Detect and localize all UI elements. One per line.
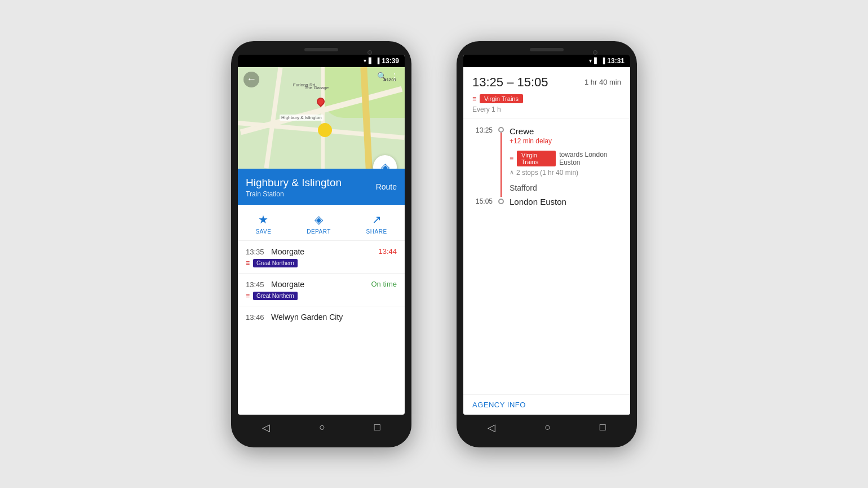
route-operator-row: ≡ Virgin Trains <box>472 94 621 103</box>
map-area: Highbury & Islington A1201 Furlong Rd Th… <box>238 67 405 169</box>
operator-badge-2: Great Northern <box>253 292 298 300</box>
back-nav-button[interactable]: ◁ <box>262 421 270 434</box>
route-frequency: Every 1 h <box>472 105 621 113</box>
recent-nav-button[interactable]: □ <box>374 421 380 433</box>
map-back-button[interactable]: ← <box>243 72 259 87</box>
route-screen: 13:25 – 15:05 1 hr 40 min ≡ Virgin Train… <box>463 67 630 415</box>
battery-icon-2: ▐ <box>601 58 605 64</box>
signal-icon: ▋ <box>369 58 373 64</box>
phone-2-status-bar: ▾ ▋ ▐ 13:31 <box>463 55 630 67</box>
save-label: SAVE <box>255 228 271 235</box>
train-item[interactable]: 13:35 Moorgate 13:44 ≡ Great Northern <box>238 241 405 274</box>
crewe-time-col: 13:25 <box>472 126 498 197</box>
wifi-icon-2: ▾ <box>589 58 592 64</box>
train-time-1: 13:35 <box>246 248 264 256</box>
stafford-name: Stafford <box>510 183 621 192</box>
route-time-range: 13:25 – 15:05 <box>472 75 548 90</box>
phone-1-status-bar: ▾ ▋ ▐ 13:39 <box>238 55 405 67</box>
phone-2-screen: ▾ ▋ ▐ 13:31 13:25 – 15:05 1 hr 40 min ≡ … <box>463 55 630 415</box>
phone-2: ▾ ▋ ▐ 13:31 13:25 – 15:05 1 hr 40 min ≡ … <box>457 41 637 447</box>
train-status-2: On time <box>371 280 397 288</box>
map-pin <box>316 98 325 109</box>
battery-icon: ▐ <box>375 58 379 64</box>
home-nav-button[interactable]: ○ <box>319 421 325 433</box>
map-more-button[interactable]: ⋮ <box>390 72 399 82</box>
map-garage-label: The Garage <box>304 85 329 90</box>
euston-time-col: 15:05 <box>472 197 498 205</box>
rail-icon-1: ≡ <box>246 259 250 267</box>
virgin-badge: Virgin Trains <box>480 94 523 103</box>
phone-1-speaker <box>304 48 338 51</box>
share-button[interactable]: ↗ SHARE <box>366 213 387 235</box>
stops-count: 2 stops (1 hr 40 min) <box>516 169 578 177</box>
euston-name: London Euston <box>510 197 566 206</box>
info-bar: Highbury & Islington Train Station Route <box>238 169 405 205</box>
phone-1-screen: ▾ ▋ ▐ 13:39 Highbury & Islington <box>238 55 405 415</box>
home-nav-button-2[interactable]: ○ <box>544 421 551 433</box>
crewe-info: Crewe +12 min delay ≡ Virgin Trains towa… <box>510 126 621 197</box>
map-pin-head <box>315 96 326 107</box>
station-name: Highbury & Islington <box>246 177 397 189</box>
status-time: 13:39 <box>382 57 399 65</box>
euston-dot <box>498 199 504 204</box>
rail-icon-2: ≡ <box>246 292 250 300</box>
share-label: SHARE <box>366 228 387 235</box>
crewe-delay: +12 min delay <box>510 137 621 145</box>
train-time-2: 13:45 <box>246 280 264 289</box>
route-duration: 1 hr 40 min <box>584 78 621 86</box>
euston-time: 15:05 <box>476 197 493 205</box>
train-segment: ≡ Virgin Trains towards London Euston <box>510 151 621 166</box>
crewe-timeline <box>498 126 504 197</box>
phone-2-nav-bar: ◁ ○ □ <box>463 415 630 441</box>
segment-direction: towards London Euston <box>559 151 621 166</box>
crewe-time: 13:25 <box>476 126 493 134</box>
share-icon: ↗ <box>372 213 382 226</box>
route-times: 13:25 – 15:05 1 hr 40 min <box>472 75 621 90</box>
route-stops-area: 13:25 Crewe +12 min delay ≡ <box>463 118 630 394</box>
phone-2-speaker <box>530 48 564 51</box>
train-status-1: 13:44 <box>378 247 397 256</box>
save-button[interactable]: ★ SAVE <box>255 213 271 235</box>
rail-icon-3: ≡ <box>472 95 476 103</box>
segment-rail-icon: ≡ <box>510 155 513 162</box>
segment-operator: Virgin Trains <box>517 151 556 166</box>
recent-nav-button-2[interactable]: □ <box>600 421 606 433</box>
operator-badge-1: Great Northern <box>253 259 298 267</box>
station-type: Train Station <box>246 190 397 198</box>
wifi-icon: ▾ <box>364 58 366 64</box>
agency-info-button[interactable]: AGENCY INFO <box>463 394 630 415</box>
directions-icon: ◈ <box>381 160 389 169</box>
train-item-2[interactable]: 13:45 Moorgate On time ≡ Great Northern <box>238 274 405 306</box>
map-station-label: Highbury & Islington <box>280 115 324 121</box>
signal-icon-2: ▋ <box>594 58 599 64</box>
depart-button[interactable]: ◈ DEPART <box>307 213 331 235</box>
phone-1-camera <box>367 50 372 55</box>
status-time-2: 13:31 <box>607 57 625 65</box>
train-dest-2: Moorgate <box>271 280 304 289</box>
phone-1-nav-bar: ◁ ○ □ <box>238 415 405 441</box>
map-search-button[interactable]: 🔍 <box>377 72 387 81</box>
stop-crewe: 13:25 Crewe +12 min delay ≡ <box>472 126 621 197</box>
crewe-name: Crewe <box>510 126 621 136</box>
train-time-3: 13:46 <box>246 313 264 322</box>
stop-london-euston: 15:05 London Euston <box>472 197 621 206</box>
stops-expand[interactable]: ∧ 2 stops (1 hr 40 min) <box>510 169 621 177</box>
train-list: 13:35 Moorgate 13:44 ≡ Great Northern 1 <box>238 241 405 415</box>
scene: ▾ ▋ ▐ 13:39 Highbury & Islington <box>0 0 868 488</box>
action-row: ★ SAVE ◈ DEPART ↗ SHARE <box>238 205 405 241</box>
phone-2-camera <box>593 50 597 55</box>
depart-label: DEPART <box>307 228 331 235</box>
save-icon: ★ <box>258 213 268 226</box>
expand-icon: ∧ <box>510 169 514 176</box>
crewe-dot <box>498 127 504 133</box>
map-background: Highbury & Islington A1201 Furlong Rd Th… <box>238 67 405 169</box>
back-nav-button-2[interactable]: ◁ <box>488 421 495 434</box>
train-dest-1: Moorgate <box>271 247 304 256</box>
route-button[interactable]: Route <box>376 182 397 191</box>
map-directions-fab[interactable]: ◈ <box>373 155 397 169</box>
route-header: 13:25 – 15:05 1 hr 40 min ≡ Virgin Train… <box>463 67 630 118</box>
euston-timeline <box>498 199 504 204</box>
train-dest-3: Welwyn Garden City <box>271 313 343 322</box>
phone-1: ▾ ▋ ▐ 13:39 Highbury & Islington <box>231 41 411 447</box>
train-item-3[interactable]: 13:46 Welwyn Garden City <box>238 306 405 330</box>
